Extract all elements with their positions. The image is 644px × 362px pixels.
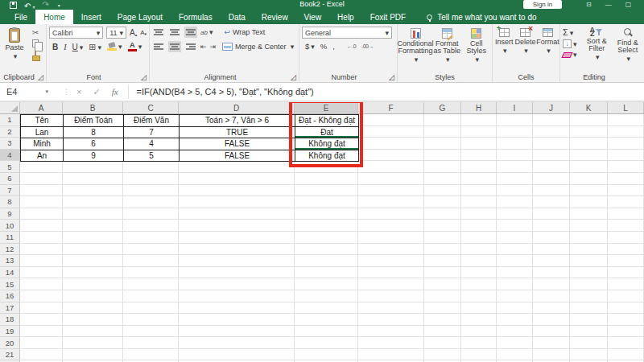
cell-A9[interactable] (20, 208, 63, 220)
cell-D19[interactable] (179, 326, 295, 338)
cell-B1[interactable]: Điểm Toán (64, 115, 124, 127)
cell-J14[interactable] (533, 267, 570, 279)
cell-A21[interactable] (20, 349, 63, 361)
borders-button[interactable]: ⊞▾ (89, 43, 101, 51)
cell-J18[interactable] (533, 314, 570, 326)
cell-A20[interactable] (20, 337, 63, 349)
tab-review[interactable]: Review (254, 10, 296, 24)
cell-C6[interactable] (123, 173, 179, 185)
cell-C4[interactable]: 5 (124, 150, 180, 162)
column-header-I[interactable]: I (497, 102, 533, 113)
cell-I13[interactable] (497, 255, 533, 267)
cell-styles-button[interactable]: Cell Styles▾ (463, 27, 489, 72)
cell-L18[interactable] (608, 314, 644, 326)
cell-G12[interactable] (424, 244, 461, 256)
cell-L21[interactable] (608, 349, 644, 361)
cell-E9[interactable] (295, 208, 358, 220)
cell-H1[interactable] (461, 114, 497, 126)
cell-G14[interactable] (424, 267, 461, 279)
cell-L2[interactable] (608, 126, 644, 138)
cell-E19[interactable] (295, 326, 358, 338)
merge-center-button[interactable]: Merge & Center▾ (222, 43, 294, 51)
row-header-2[interactable]: 2 (0, 126, 20, 138)
cell-H12[interactable] (461, 244, 497, 256)
insert-cells-button[interactable]: Insert▾ (495, 27, 514, 72)
row-header-21[interactable]: 21 (0, 349, 20, 361)
cell-B18[interactable] (63, 314, 123, 326)
cell-E17[interactable] (295, 302, 358, 315)
align-middle-button[interactable] (168, 27, 181, 38)
column-header-B[interactable]: B (63, 102, 123, 113)
cell-A19[interactable] (20, 326, 63, 338)
cell-F4[interactable] (358, 150, 424, 162)
cell-B15[interactable] (63, 278, 123, 290)
cell-A4[interactable]: An (21, 150, 64, 162)
cell-I12[interactable] (497, 244, 533, 256)
cell-I6[interactable] (497, 173, 533, 185)
cell-J15[interactable] (533, 278, 570, 290)
cell-J5[interactable] (533, 161, 570, 173)
cell-C12[interactable] (123, 244, 179, 256)
cell-E21[interactable] (295, 349, 358, 361)
cell-C14[interactable] (123, 267, 179, 279)
cell-D1[interactable]: Toán > 7, Văn > 6 (180, 115, 295, 127)
qat-customize-icon[interactable]: ▾ (58, 2, 60, 8)
cell-K20[interactable] (570, 337, 608, 349)
cell-F20[interactable] (358, 337, 424, 349)
dialog-launcher[interactable]: ◿ (291, 75, 296, 80)
cell-G11[interactable] (424, 232, 461, 244)
conditional-formatting-button[interactable]: Conditional Formatting▾ (400, 27, 431, 72)
cell-C15[interactable] (123, 278, 179, 290)
redo-icon[interactable]: ↷ (42, 1, 48, 9)
align-bottom-button[interactable] (184, 27, 197, 38)
sort-filter-button[interactable]: AZ Sort & Filter▾ (583, 27, 610, 72)
cell-G5[interactable] (424, 161, 461, 173)
select-all-corner[interactable] (0, 102, 20, 113)
currency-button[interactable]: $▾ (305, 42, 315, 51)
wrap-text-button[interactable]: ↩ Wrap Text (224, 28, 265, 36)
cell-D8[interactable] (179, 196, 295, 208)
tab-view[interactable]: View (296, 10, 330, 24)
cell-C11[interactable] (123, 232, 179, 244)
cell-A3[interactable]: Minh (21, 138, 64, 150)
cell-A5[interactable] (20, 161, 63, 173)
cell-C8[interactable] (123, 196, 179, 208)
cell-J13[interactable] (533, 255, 570, 267)
cell-A18[interactable] (20, 314, 63, 326)
tell-me-box[interactable]: Tell me what you want to do (427, 10, 536, 24)
cell-F12[interactable] (358, 244, 424, 256)
cell-G9[interactable] (424, 208, 461, 220)
cell-B5[interactable] (63, 161, 123, 173)
row-header-17[interactable]: 17 (0, 302, 20, 315)
cell-C18[interactable] (123, 314, 179, 326)
cell-J19[interactable] (533, 326, 570, 338)
align-right-button[interactable] (184, 41, 197, 52)
cell-F16[interactable] (358, 290, 424, 302)
dialog-launcher[interactable]: ◿ (389, 75, 394, 80)
cell-H13[interactable] (461, 255, 497, 267)
cell-C5[interactable] (123, 161, 179, 173)
row-header-10[interactable]: 10 (0, 220, 20, 232)
cell-B4[interactable]: 9 (64, 150, 124, 162)
cell-J11[interactable] (533, 232, 570, 244)
cell-E13[interactable] (295, 255, 358, 267)
cell-J12[interactable] (533, 244, 570, 256)
cell-B20[interactable] (63, 337, 123, 349)
cell-I3[interactable] (497, 138, 533, 150)
cell-E10[interactable] (295, 220, 358, 232)
cell-G3[interactable] (424, 138, 461, 150)
cell-H10[interactable] (461, 220, 497, 232)
column-header-A[interactable]: A (20, 102, 63, 113)
cell-A14[interactable] (20, 267, 63, 279)
cell-G7[interactable] (424, 185, 461, 197)
ribbon-display-options-icon[interactable]: ⊡ (586, 1, 592, 8)
cell-H4[interactable] (461, 150, 497, 162)
cell-B19[interactable] (63, 326, 123, 338)
cell-B9[interactable] (63, 208, 123, 220)
cell-D10[interactable] (179, 220, 295, 232)
tab-help[interactable]: Help (329, 10, 362, 24)
cell-E18[interactable] (295, 314, 358, 326)
cell-H21[interactable] (461, 349, 497, 361)
cell-E12[interactable] (295, 244, 358, 256)
cell-L5[interactable] (608, 161, 644, 173)
